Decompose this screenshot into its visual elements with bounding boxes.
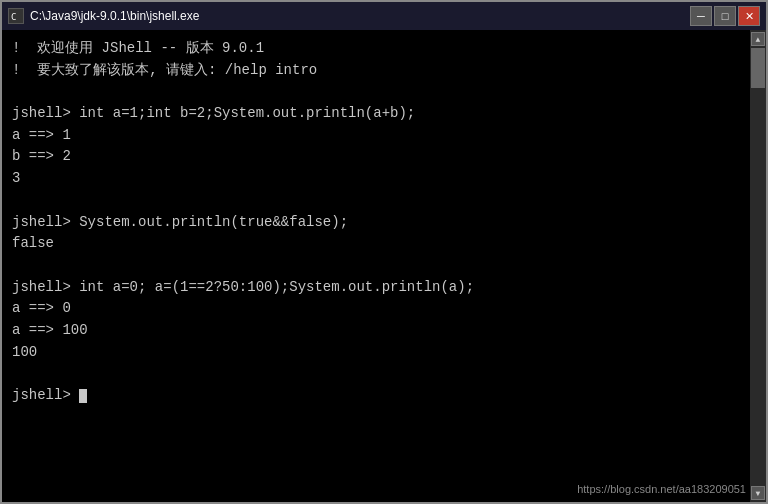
line-blank1 xyxy=(12,81,740,103)
minimize-button[interactable]: ─ xyxy=(690,6,712,26)
line-output3a: a ==> 0 xyxy=(12,298,740,320)
line-output3b: a ==> 100 xyxy=(12,320,740,342)
line-output3c: 100 xyxy=(12,342,740,364)
cursor xyxy=(79,389,87,403)
line-prompt2: jshell> System.out.println(true&&false); xyxy=(12,212,740,234)
line-blank2 xyxy=(12,190,740,212)
line-prompt1: jshell> int a=1;int b=2;System.out.print… xyxy=(12,103,740,125)
title-controls[interactable]: ─ □ ✕ xyxy=(690,6,760,26)
line-welcome1: ! 欢迎使用 JShell -- 版本 9.0.1 xyxy=(12,38,740,60)
line-prompt4: jshell> xyxy=(12,385,740,407)
line-blank3 xyxy=(12,255,740,277)
line-output2: false xyxy=(12,233,740,255)
window: C C:\Java9\jdk-9.0.1\bin\jshell.exe ─ □ … xyxy=(0,0,768,504)
line-output1a: a ==> 1 xyxy=(12,125,740,147)
scrollbar[interactable]: ▲ ▼ xyxy=(750,30,766,502)
scrollbar-track[interactable] xyxy=(751,48,765,484)
line-output1c: 3 xyxy=(12,168,740,190)
line-prompt3: jshell> int a=0; a=(1==2?50:100);System.… xyxy=(12,277,740,299)
scrollbar-up-button[interactable]: ▲ xyxy=(751,32,765,46)
terminal-container: ! 欢迎使用 JShell -- 版本 9.0.1 ! 要大致了解该版本, 请键… xyxy=(2,30,766,502)
prompt4-text: jshell> xyxy=(12,387,79,403)
watermark: https://blog.csdn.net/aa183209051 xyxy=(577,481,746,498)
maximize-button[interactable]: □ xyxy=(714,6,736,26)
terminal-content[interactable]: ! 欢迎使用 JShell -- 版本 9.0.1 ! 要大致了解该版本, 请键… xyxy=(2,30,750,502)
title-bar-left: C C:\Java9\jdk-9.0.1\bin\jshell.exe xyxy=(8,8,199,24)
scrollbar-down-button[interactable]: ▼ xyxy=(751,486,765,500)
terminal-icon: C xyxy=(8,8,24,24)
svg-text:C: C xyxy=(11,12,16,22)
title-bar: C C:\Java9\jdk-9.0.1\bin\jshell.exe ─ □ … xyxy=(2,2,766,30)
scrollbar-thumb[interactable] xyxy=(751,48,765,88)
line-output1b: b ==> 2 xyxy=(12,146,740,168)
window-title: C:\Java9\jdk-9.0.1\bin\jshell.exe xyxy=(30,9,199,23)
line-welcome2: ! 要大致了解该版本, 请键入: /help intro xyxy=(12,60,740,82)
line-blank4 xyxy=(12,363,740,385)
close-button[interactable]: ✕ xyxy=(738,6,760,26)
